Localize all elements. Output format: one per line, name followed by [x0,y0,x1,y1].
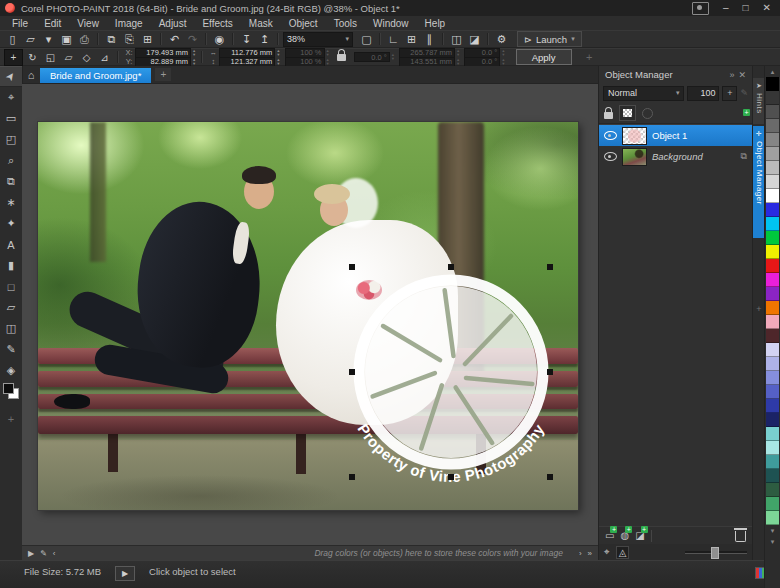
color-swatch[interactable] [766,385,779,399]
search-content-icon[interactable]: ◉ [211,32,228,47]
show-grid-icon[interactable]: ⊞ [403,32,420,47]
menu-item[interactable]: Mask [241,16,281,30]
options-gear-icon[interactable]: ⚙ [493,32,510,47]
import-icon[interactable]: ↧ [238,32,255,47]
color-swatch[interactable] [766,441,779,455]
text-tool[interactable]: A [0,234,22,255]
image-slicing-tool[interactable]: ◫ [0,318,22,339]
home-icon[interactable]: ⌂ [22,66,40,83]
menu-item[interactable]: File [4,16,36,30]
foreground-color-swatch[interactable] [3,383,14,394]
duplicate-icon[interactable]: ⊞ [139,32,156,47]
minimize-button[interactable]: – [723,3,729,13]
distort-mode-icon[interactable]: ◇ [78,50,95,65]
thumbnail-size-slider[interactable] [685,546,747,558]
pick-tool[interactable]: ➤ [0,66,22,87]
menu-item[interactable]: Help [417,16,454,30]
lock-transparency-icon[interactable] [604,112,613,119]
snap-to-icon[interactable]: ◫ [448,32,465,47]
stepper[interactable]: ▴▾ [193,58,195,66]
color-control[interactable] [3,383,19,399]
palette-scroll-up-icon[interactable]: ▴ [771,66,775,77]
menu-item[interactable]: Tools [326,16,365,30]
color-swatch[interactable] [766,315,779,329]
rotate-mode-icon[interactable]: ↻ [24,50,41,65]
clone-tool[interactable]: ⧉ [0,171,22,192]
color-swatch[interactable] [766,189,779,203]
save-icon[interactable]: ▣ [58,32,75,47]
eyedropper-mini-icon[interactable]: ✎ [40,549,47,558]
menu-item[interactable]: Adjust [151,16,195,30]
open-icon[interactable]: ▱ [22,32,39,47]
customize-toolbox-icon[interactable]: + [8,413,14,425]
mask-transform-tool[interactable]: ⌖ [0,87,22,108]
lock-ratio-icon[interactable] [337,54,346,61]
color-swatch[interactable] [766,287,779,301]
eyedropper-tool[interactable]: ✎ [0,339,22,360]
height-input[interactable]: 121.327 mm [219,57,275,67]
merge-mode-select[interactable]: Normal ▾ [603,86,684,101]
perspective-mode-icon[interactable]: ⊿ [96,50,113,65]
watermark-object[interactable]: Property of Vine Photography [326,247,576,497]
delete-icon[interactable] [735,531,746,542]
add-preset-icon[interactable]: + [581,50,598,65]
full-screen-preview-icon[interactable]: ▢ [358,32,375,47]
scroll-end-icon[interactable]: » [588,549,592,558]
new-document-icon[interactable]: ▯ [4,32,21,47]
canvas-image[interactable]: Property of Vine Photography [38,122,578,510]
paint-tool[interactable]: ▮ [0,255,22,276]
color-swatch[interactable] [766,119,779,133]
palette-scroll-down-icon[interactable]: ▾ [771,525,775,536]
menu-item[interactable]: Edit [36,16,69,30]
show-guidelines-icon[interactable]: ∥ [421,32,438,47]
eraser-tool[interactable]: ▱ [0,297,22,318]
menu-item[interactable]: Effects [194,16,240,30]
palette-expand-icon[interactable]: ▾ [771,536,775,547]
color-swatch[interactable] [766,371,779,385]
document-tab[interactable]: Bride and Groom.jpg* [40,68,151,83]
show-rulers-icon[interactable]: ∟ [385,32,402,47]
menu-item[interactable]: Image [107,16,151,30]
object-row-object-1[interactable]: Object 1 [599,125,752,146]
export-icon[interactable]: ↥ [256,32,273,47]
color-swatch[interactable] [766,357,779,371]
color-swatch[interactable] [766,399,779,413]
selection-handle[interactable] [547,474,553,480]
scroll-right-icon[interactable]: › [579,549,582,558]
y-position-input[interactable]: 82.889 mm [135,57,191,67]
status-flyout-button[interactable]: ▶ [115,566,135,581]
edit-opacity-icon[interactable]: ✎ [740,88,748,98]
paste-icon[interactable]: ⎘ [121,32,138,47]
selection-handle[interactable] [349,369,355,375]
redo-icon[interactable]: ↷ [184,32,201,47]
visibility-eye-icon[interactable] [604,152,617,161]
color-swatch[interactable] [766,455,779,469]
rectangle-mask-tool[interactable]: ▭ [0,108,22,129]
color-swatch[interactable] [766,217,779,231]
close-button[interactable]: ✕ [763,3,771,13]
color-swatch[interactable] [766,343,779,357]
selection-handle[interactable] [547,369,553,375]
rectangle-tool[interactable]: □ [0,276,22,297]
opacity-input[interactable]: 100 [687,86,719,101]
color-swatch[interactable] [766,413,779,427]
show-transparency-toggle[interactable] [619,105,636,121]
color-swatch[interactable] [766,497,779,511]
menu-item[interactable]: Object [281,16,326,30]
fill-tool[interactable]: ◈ [0,360,22,381]
launch-button[interactable]: ⊳ Launch ▾ [517,31,582,47]
color-swatch[interactable] [766,259,779,273]
clip-mask-icon[interactable] [642,108,653,119]
zoom-tool[interactable]: ⌕ [0,150,22,171]
color-swatch[interactable] [766,175,779,189]
panel-close-icon[interactable]: ✕ [738,70,746,80]
color-swatch[interactable] [766,105,779,119]
touch-up-tool[interactable]: ∗ [0,192,22,213]
color-swatch[interactable] [766,301,779,315]
skew-mode-icon[interactable]: ▱ [60,50,77,65]
stepper[interactable]: ▴▾ [277,58,279,66]
new-object-icon[interactable]: ▭ [605,530,614,541]
panel-menu-icon[interactable]: » [729,70,734,80]
stepper[interactable]: ▴▾ [193,49,195,57]
visibility-eye-icon[interactable] [604,131,617,140]
